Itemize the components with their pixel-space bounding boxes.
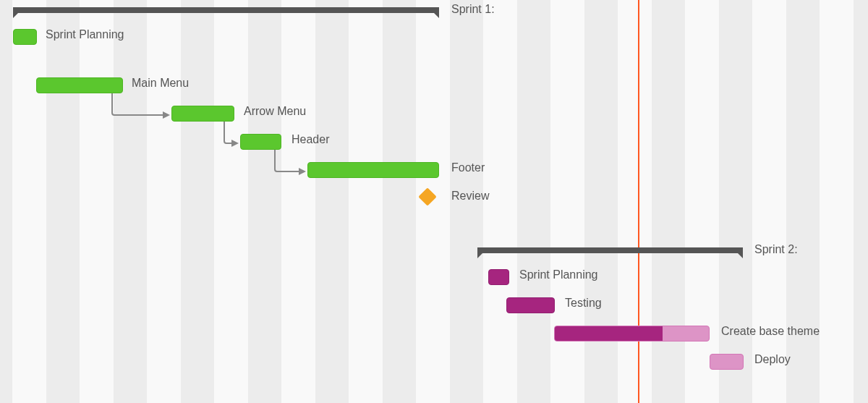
group-label-sprint2: Sprint 2: — [754, 243, 798, 256]
task-sprint-planning-2[interactable] — [488, 269, 509, 285]
task-label: Testing — [565, 297, 602, 310]
task-arrow-menu[interactable] — [171, 106, 234, 122]
gantt-chart[interactable]: Sprint 1: Sprint Planning Main Menu Arro… — [0, 0, 868, 403]
milestone-label: Review — [451, 190, 489, 203]
task-label: Header — [292, 133, 329, 146]
task-label: Create base theme — [721, 325, 820, 338]
task-label: Arrow Menu — [244, 105, 306, 118]
group-bar-sprint2[interactable] — [477, 247, 743, 253]
task-deploy[interactable] — [710, 354, 744, 370]
task-header[interactable] — [240, 134, 281, 150]
task-footer[interactable] — [307, 162, 439, 178]
task-main-menu[interactable] — [36, 77, 123, 93]
task-label: Footer — [451, 161, 485, 174]
group-bar-sprint1[interactable] — [13, 7, 439, 13]
today-line — [638, 0, 639, 403]
group-label-sprint1: Sprint 1: — [451, 3, 495, 16]
task-label: Deploy — [754, 353, 791, 366]
task-sprint-planning-1[interactable] — [13, 29, 37, 45]
task-label: Sprint Planning — [519, 268, 598, 281]
task-testing[interactable] — [506, 297, 555, 313]
task-label: Sprint Planning — [46, 28, 124, 41]
task-create-base-theme[interactable] — [554, 326, 710, 342]
task-label: Main Menu — [132, 77, 189, 90]
